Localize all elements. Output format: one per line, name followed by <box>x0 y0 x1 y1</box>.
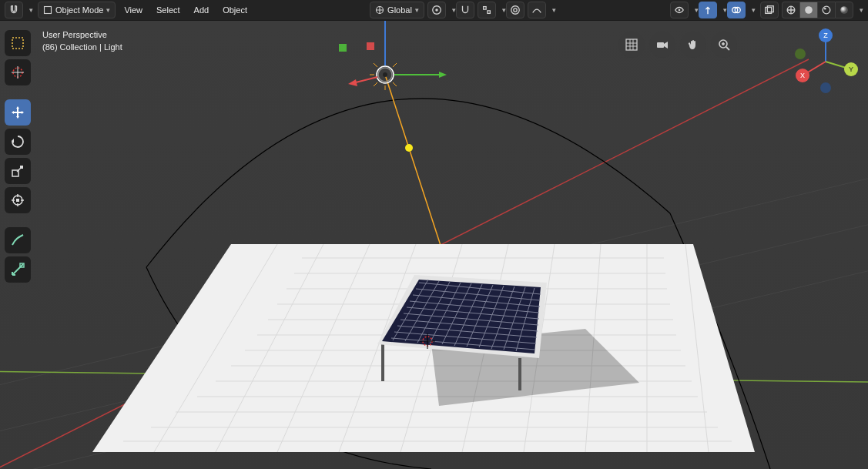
chevron-down-icon[interactable]: ▾ <box>29 6 33 14</box>
chevron-down-icon: ▾ <box>106 6 110 14</box>
light-target-dot <box>405 144 413 152</box>
svg-marker-112 <box>664 42 668 49</box>
tool-measure[interactable] <box>5 256 31 283</box>
viewport-info: User Perspective (86) Collection | Light <box>42 28 122 53</box>
chevron-down-icon[interactable]: ▾ <box>452 6 456 14</box>
shading-wireframe[interactable] <box>782 2 799 18</box>
menu-view[interactable]: View <box>119 2 148 18</box>
svg-rect-4 <box>484 7 487 10</box>
viewport-shading-group <box>782 2 853 18</box>
svg-point-14 <box>805 6 813 14</box>
svg-point-6 <box>511 6 520 15</box>
interaction-mode-label: Object Mode <box>55 5 103 15</box>
light-object[interactable] <box>339 21 447 90</box>
svg-rect-100 <box>16 199 19 202</box>
tool-select-box[interactable] <box>5 30 31 56</box>
tool-cursor[interactable] <box>5 59 31 85</box>
svg-line-79 <box>393 82 397 86</box>
svg-line-81 <box>393 63 397 67</box>
viewport-3d[interactable]: User Perspective (86) Collection | Light <box>0 21 868 469</box>
axis-z-label: Z <box>823 32 828 39</box>
svg-point-17 <box>840 6 848 14</box>
gizmos-toggle[interactable] <box>699 2 717 18</box>
svg-point-120 <box>820 82 831 93</box>
tool-move[interactable] <box>5 99 31 126</box>
chevron-down-icon[interactable]: ▾ <box>502 6 506 14</box>
header: ▾ Object Mode ▾ View Select Add Object G… <box>0 0 868 21</box>
magnet-toggle[interactable] <box>5 2 23 18</box>
svg-rect-91 <box>367 42 374 50</box>
svg-rect-106 <box>626 39 637 50</box>
axis-y-label: Y <box>849 65 853 73</box>
svg-point-16 <box>824 8 826 10</box>
chevron-down-icon[interactable]: ▾ <box>695 6 699 14</box>
svg-point-15 <box>823 6 830 14</box>
chevron-down-icon: ▾ <box>415 6 419 14</box>
svg-rect-98 <box>20 166 23 169</box>
svg-marker-86 <box>439 72 447 78</box>
svg-point-84 <box>383 72 387 77</box>
pan-hand-icon[interactable] <box>680 32 706 58</box>
svg-rect-92 <box>12 38 23 49</box>
svg-rect-90 <box>339 44 347 52</box>
moviecam-icon[interactable] <box>649 32 675 58</box>
chevron-down-icon[interactable]: ▾ <box>723 6 727 14</box>
interaction-mode-dropdown[interactable]: Object Mode ▾ <box>38 2 116 18</box>
xray-toggle[interactable] <box>760 2 779 18</box>
svg-line-80 <box>374 82 377 86</box>
tool-annotate[interactable] <box>5 227 31 253</box>
scene-canvas <box>0 21 868 469</box>
tool-rotate[interactable] <box>5 129 31 155</box>
menu-add[interactable]: Add <box>189 2 215 18</box>
snap-toggle[interactable] <box>456 2 474 18</box>
camera-grid-icon[interactable] <box>618 32 645 58</box>
svg-rect-111 <box>657 42 664 48</box>
shading-rendered[interactable] <box>835 2 853 18</box>
svg-line-78 <box>374 63 377 67</box>
transform-orientation-dropdown[interactable]: Global ▾ <box>370 2 424 18</box>
chevron-down-icon[interactable]: ▾ <box>860 6 863 14</box>
zoom-icon[interactable] <box>711 32 737 58</box>
svg-marker-88 <box>348 79 357 86</box>
svg-point-8 <box>679 9 681 12</box>
info-line-1: User Perspective <box>42 28 122 41</box>
proportional-falloff-dropdown[interactable] <box>528 2 546 18</box>
chevron-down-icon[interactable]: ▾ <box>752 6 756 14</box>
menu-object[interactable]: Object <box>217 2 253 18</box>
nav-pill-strip <box>618 32 737 58</box>
orientation-label: Global <box>387 5 412 15</box>
info-line-2: (86) Collection | Light <box>42 41 122 53</box>
svg-line-87 <box>356 77 377 82</box>
menu-select[interactable]: Select <box>151 2 186 18</box>
axis-x-label: X <box>800 72 805 79</box>
visibility-dropdown[interactable] <box>670 2 689 18</box>
svg-rect-5 <box>488 11 491 14</box>
overlays-toggle[interactable] <box>727 2 746 18</box>
axis-gizmo[interactable]: Z Y X <box>791 27 860 96</box>
svg-point-7 <box>514 8 517 12</box>
svg-line-114 <box>726 47 729 50</box>
svg-point-2 <box>435 8 438 12</box>
shading-material[interactable] <box>817 2 835 18</box>
svg-rect-0 <box>45 7 52 14</box>
chevron-down-icon[interactable]: ▾ <box>552 6 556 14</box>
snap-element-dropdown[interactable] <box>478 2 496 18</box>
light-radius-wire <box>146 99 670 267</box>
tool-transform[interactable] <box>5 187 31 213</box>
svg-point-121 <box>795 49 806 59</box>
shading-solid[interactable] <box>799 2 817 18</box>
pivot-point-dropdown[interactable] <box>427 2 446 18</box>
proportional-edit-toggle[interactable] <box>506 2 524 18</box>
tool-scale[interactable] <box>5 158 31 184</box>
tool-shelf <box>5 30 31 283</box>
